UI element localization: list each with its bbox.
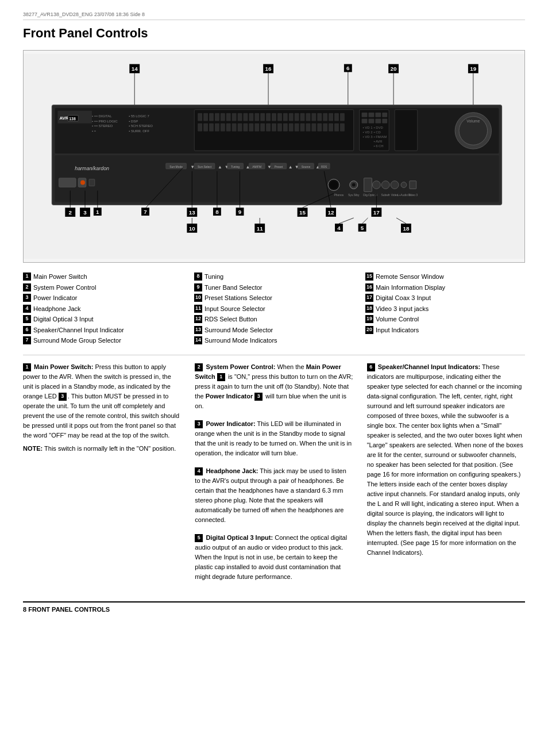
- legend-item-20: 20 Input Indicators: [365, 325, 525, 335]
- svg-rect-131: [89, 179, 95, 186]
- svg-rect-36: [226, 113, 231, 121]
- svg-text:8: 8: [215, 209, 219, 215]
- svg-text:13: 13: [189, 209, 196, 216]
- svg-rect-69: [266, 124, 271, 132]
- legend-item-14: 14 Surround Mode Indicators: [194, 336, 354, 346]
- svg-text:Video 3: Video 3: [408, 194, 418, 197]
- legend-item-17: 17 Digital Coax 3 Input: [365, 293, 525, 303]
- desc-3: 3 Power Indicator: This LED will be illu…: [195, 419, 353, 458]
- svg-text:11: 11: [257, 225, 264, 232]
- svg-rect-37: [232, 113, 237, 121]
- svg-rect-88: [362, 119, 368, 124]
- svg-rect-67: [254, 124, 259, 132]
- svg-text:Preset: Preset: [275, 166, 283, 168]
- svg-rect-52: [317, 113, 322, 121]
- legend-item-8: 8 Tuning: [194, 272, 354, 282]
- svg-text:2: 2: [68, 209, 72, 216]
- svg-rect-61: [221, 124, 225, 132]
- legend-item-2: 2 System Power Control: [23, 283, 183, 293]
- svg-text:• FM/AM: • FM/AM: [373, 135, 387, 139]
- svg-rect-33: [209, 113, 214, 121]
- svg-rect-75: [300, 124, 305, 132]
- desc-2: 2 System Power Control: When the Main Po…: [195, 362, 353, 411]
- svg-rect-54: [329, 113, 333, 121]
- legend-item-5: 5 Digital Optical 3 Input: [23, 314, 183, 324]
- legend-item-13: 13 Surround Mode Selector: [194, 325, 354, 335]
- svg-text:17: 17: [373, 209, 380, 216]
- svg-rect-89: [368, 119, 374, 124]
- svg-rect-79: [323, 124, 327, 132]
- svg-rect-71: [277, 124, 282, 132]
- legend-item-1: 1 Main Power Switch: [23, 272, 183, 282]
- svg-rect-66: [249, 124, 253, 132]
- svg-rect-58: [203, 124, 208, 132]
- svg-point-137: [372, 181, 380, 189]
- svg-text:15: 15: [299, 209, 306, 216]
- svg-rect-68: [260, 124, 265, 132]
- svg-rect-87: [382, 113, 387, 117]
- svg-rect-40: [249, 113, 253, 121]
- svg-text:9: 9: [238, 209, 242, 215]
- svg-rect-100: [395, 110, 418, 151]
- desc-1: 1 Main Power Switch: Press this button t…: [23, 362, 181, 454]
- svg-text:20: 20: [391, 66, 398, 72]
- page-footer: 8 FRONT PANEL CONTROLS: [23, 601, 525, 613]
- svg-rect-77: [311, 124, 316, 132]
- svg-text:• VD 1: • VD 1: [363, 126, 373, 129]
- svg-text:1: 1: [96, 209, 99, 215]
- svg-text:• CD: • CD: [373, 131, 380, 134]
- svg-text:7: 7: [144, 209, 147, 215]
- svg-rect-80: [329, 124, 333, 132]
- svg-text:• 5CH STEREO: • 5CH STEREO: [129, 124, 153, 128]
- svg-rect-64: [238, 124, 242, 132]
- svg-rect-78: [317, 124, 322, 132]
- svg-point-140: [401, 182, 407, 188]
- svg-point-135: [352, 183, 356, 187]
- svg-text:▲: ▲: [218, 164, 222, 170]
- svg-text:Sys.Stby: Sys.Stby: [348, 194, 360, 197]
- desc-col-1: 1 Main Power Switch: Press this button t…: [23, 362, 181, 590]
- svg-rect-63: [232, 124, 237, 132]
- page-header: 38277_AVR138_DVD28_ENG 23/07/08 18:36 Si…: [23, 11, 525, 20]
- svg-text:• ≈≈ STEREO: • ≈≈ STEREO: [92, 124, 113, 128]
- svg-text:Dig.Optic.3: Dig.Optic.3: [363, 194, 377, 197]
- svg-rect-84: [362, 113, 368, 117]
- svg-text:Surr.Select: Surr.Select: [198, 166, 212, 168]
- svg-rect-128: [59, 178, 76, 187]
- svg-rect-34: [215, 113, 219, 121]
- svg-rect-91: [382, 119, 387, 124]
- svg-text:AVR: AVR: [59, 116, 68, 121]
- legend-item-18: 18 Video 3 input jacks: [365, 304, 525, 314]
- svg-point-138: [381, 181, 389, 189]
- svg-text:19: 19: [470, 66, 477, 72]
- desc-6: 6 Speaker/Channel Input Indicators: Thes…: [367, 362, 525, 558]
- svg-rect-81: [334, 124, 339, 132]
- svg-text:• DSP: • DSP: [129, 120, 138, 123]
- svg-text:• ≈≈ DIGITAL: • ≈≈ DIGITAL: [92, 114, 112, 118]
- svg-rect-76: [306, 124, 310, 132]
- svg-rect-90: [375, 119, 381, 124]
- svg-text:Tuning: Tuning: [231, 166, 240, 168]
- svg-text:• DVD: • DVD: [373, 126, 383, 129]
- svg-rect-43: [266, 113, 271, 121]
- svg-rect-56: [340, 113, 345, 121]
- svg-rect-136: [364, 178, 372, 192]
- svg-rect-62: [226, 124, 231, 132]
- svg-rect-41: [254, 113, 259, 121]
- legend-item-6: 6 Speaker/Channel Input Indicator: [23, 325, 183, 335]
- svg-rect-51: [311, 113, 316, 121]
- legend-item-3: 3 Power Indicator: [23, 293, 183, 303]
- svg-point-139: [391, 181, 399, 189]
- svg-text:Source: Source: [302, 166, 311, 168]
- svg-text:▼: ▼: [190, 164, 195, 170]
- svg-text:Subwfr: Subwfr: [381, 194, 391, 197]
- legend-item-10: 10 Preset Stations Selector: [194, 293, 354, 303]
- svg-text:• ≈≈ PRO LOGIC: • ≈≈ PRO LOGIC: [92, 120, 118, 123]
- svg-text:• ≈: • ≈: [92, 129, 97, 133]
- legend-item-19: 19 Volume Control: [365, 314, 525, 324]
- svg-rect-45: [277, 113, 282, 121]
- svg-text:harman/kardon: harman/kardon: [75, 166, 109, 171]
- legend-item-blank: [365, 336, 525, 346]
- svg-rect-44: [272, 113, 276, 121]
- svg-text:Volume: Volume: [466, 119, 480, 123]
